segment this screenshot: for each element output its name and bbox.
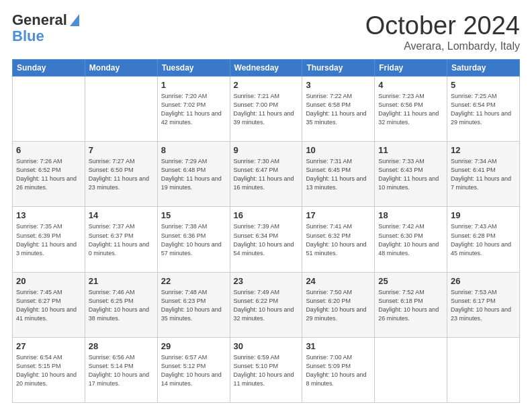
day-number: 4 <box>378 79 443 91</box>
day-info: Sunrise: 7:33 AMSunset: 6:43 PMDaylight:… <box>378 157 443 192</box>
table-row: 27Sunrise: 6:54 AMSunset: 5:15 PMDayligh… <box>13 337 85 402</box>
table-row: 10Sunrise: 7:31 AMSunset: 6:45 PMDayligh… <box>302 142 375 207</box>
day-number: 6 <box>16 144 81 156</box>
table-row: 4Sunrise: 7:23 AMSunset: 6:56 PMDaylight… <box>375 76 447 141</box>
day-info: Sunrise: 7:45 AMSunset: 6:27 PMDaylight:… <box>16 288 81 323</box>
table-row <box>85 76 157 141</box>
day-info: Sunrise: 7:35 AMSunset: 6:39 PMDaylight:… <box>16 222 81 257</box>
title-block: October 2024 Averara, Lombardy, Italy <box>365 12 520 52</box>
day-number: 15 <box>161 210 226 222</box>
table-row: 18Sunrise: 7:42 AMSunset: 6:30 PMDayligh… <box>375 207 447 272</box>
day-info: Sunrise: 7:38 AMSunset: 6:36 PMDaylight:… <box>161 222 226 257</box>
table-row: 5Sunrise: 7:25 AMSunset: 6:54 PMDaylight… <box>447 76 520 141</box>
day-info: Sunrise: 7:42 AMSunset: 6:30 PMDaylight:… <box>378 222 443 257</box>
day-number: 26 <box>451 275 516 287</box>
calendar-table: Sunday Monday Tuesday Wednesday Thursday… <box>12 59 520 403</box>
table-row: 31Sunrise: 7:00 AMSunset: 5:09 PMDayligh… <box>302 337 375 402</box>
logo-blue: Blue <box>12 28 44 44</box>
calendar-week-row: 6Sunrise: 7:26 AMSunset: 6:52 PMDaylight… <box>13 142 520 207</box>
table-row: 9Sunrise: 7:30 AMSunset: 6:47 PMDaylight… <box>230 142 302 207</box>
day-info: Sunrise: 7:49 AMSunset: 6:22 PMDaylight:… <box>234 288 299 323</box>
day-number: 10 <box>306 144 371 156</box>
table-row: 6Sunrise: 7:26 AMSunset: 6:52 PMDaylight… <box>13 142 85 207</box>
day-info: Sunrise: 7:39 AMSunset: 6:34 PMDaylight:… <box>234 222 299 257</box>
day-number: 7 <box>89 144 154 156</box>
day-info: Sunrise: 7:52 AMSunset: 6:18 PMDaylight:… <box>378 288 443 323</box>
table-row: 23Sunrise: 7:49 AMSunset: 6:22 PMDayligh… <box>230 272 302 337</box>
table-row: 24Sunrise: 7:50 AMSunset: 6:20 PMDayligh… <box>302 272 375 337</box>
day-info: Sunrise: 7:50 AMSunset: 6:20 PMDaylight:… <box>306 288 371 323</box>
day-number: 24 <box>306 275 371 287</box>
day-number: 3 <box>306 79 371 91</box>
day-number: 16 <box>234 210 299 222</box>
header: General Blue October 2024 Averara, Lomba… <box>12 12 520 52</box>
day-info: Sunrise: 6:56 AMSunset: 5:14 PMDaylight:… <box>89 353 154 388</box>
day-number: 20 <box>16 275 81 287</box>
table-row: 25Sunrise: 7:52 AMSunset: 6:18 PMDayligh… <box>375 272 447 337</box>
day-number: 12 <box>451 144 516 156</box>
col-wednesday: Wednesday <box>230 59 302 76</box>
calendar-week-row: 20Sunrise: 7:45 AMSunset: 6:27 PMDayligh… <box>13 272 520 337</box>
day-number: 5 <box>451 79 516 91</box>
day-info: Sunrise: 7:27 AMSunset: 6:50 PMDaylight:… <box>89 157 154 192</box>
calendar-week-row: 1Sunrise: 7:20 AMSunset: 7:02 PMDaylight… <box>13 76 520 141</box>
table-row: 2Sunrise: 7:21 AMSunset: 7:00 PMDaylight… <box>230 76 302 141</box>
col-tuesday: Tuesday <box>157 59 230 76</box>
day-number: 31 <box>306 340 371 353</box>
table-row: 12Sunrise: 7:34 AMSunset: 6:41 PMDayligh… <box>447 142 520 207</box>
calendar-header-row: Sunday Monday Tuesday Wednesday Thursday… <box>13 59 520 76</box>
table-row: 21Sunrise: 7:46 AMSunset: 6:25 PMDayligh… <box>85 272 157 337</box>
day-number: 30 <box>234 340 299 353</box>
table-row: 15Sunrise: 7:38 AMSunset: 6:36 PMDayligh… <box>157 207 230 272</box>
day-number: 21 <box>89 275 154 287</box>
table-row: 26Sunrise: 7:53 AMSunset: 6:17 PMDayligh… <box>447 272 520 337</box>
table-row: 3Sunrise: 7:22 AMSunset: 6:58 PMDaylight… <box>302 76 375 141</box>
day-number: 13 <box>16 210 81 222</box>
day-info: Sunrise: 7:20 AMSunset: 7:02 PMDaylight:… <box>161 92 226 127</box>
day-info: Sunrise: 7:21 AMSunset: 7:00 PMDaylight:… <box>234 92 299 127</box>
day-number: 25 <box>378 275 443 287</box>
table-row: 22Sunrise: 7:48 AMSunset: 6:23 PMDayligh… <box>157 272 230 337</box>
day-number: 2 <box>234 79 299 91</box>
day-info: Sunrise: 7:23 AMSunset: 6:56 PMDaylight:… <box>378 92 443 127</box>
table-row: 7Sunrise: 7:27 AMSunset: 6:50 PMDaylight… <box>85 142 157 207</box>
day-info: Sunrise: 6:54 AMSunset: 5:15 PMDaylight:… <box>16 353 81 388</box>
calendar-title: October 2024 <box>365 12 520 40</box>
day-info: Sunrise: 7:53 AMSunset: 6:17 PMDaylight:… <box>451 288 516 323</box>
day-info: Sunrise: 7:25 AMSunset: 6:54 PMDaylight:… <box>451 92 516 127</box>
day-info: Sunrise: 7:30 AMSunset: 6:47 PMDaylight:… <box>234 157 299 192</box>
col-friday: Friday <box>375 59 447 76</box>
table-row: 1Sunrise: 7:20 AMSunset: 7:02 PMDaylight… <box>157 76 230 141</box>
calendar-week-row: 13Sunrise: 7:35 AMSunset: 6:39 PMDayligh… <box>13 207 520 272</box>
col-monday: Monday <box>85 59 157 76</box>
col-saturday: Saturday <box>447 59 520 76</box>
table-row: 19Sunrise: 7:43 AMSunset: 6:28 PMDayligh… <box>447 207 520 272</box>
day-number: 28 <box>89 340 154 353</box>
day-info: Sunrise: 6:57 AMSunset: 5:12 PMDaylight:… <box>161 353 226 388</box>
calendar-subtitle: Averara, Lombardy, Italy <box>365 40 520 52</box>
day-number: 22 <box>161 275 226 287</box>
day-number: 19 <box>451 210 516 222</box>
table-row: 28Sunrise: 6:56 AMSunset: 5:14 PMDayligh… <box>85 337 157 402</box>
day-number: 9 <box>234 144 299 156</box>
day-number: 11 <box>378 144 443 156</box>
day-info: Sunrise: 7:00 AMSunset: 5:09 PMDaylight:… <box>306 353 371 388</box>
table-row: 14Sunrise: 7:37 AMSunset: 6:37 PMDayligh… <box>85 207 157 272</box>
logo: General Blue <box>12 12 79 44</box>
logo-general: General <box>12 12 67 28</box>
day-info: Sunrise: 7:26 AMSunset: 6:52 PMDaylight:… <box>16 157 81 192</box>
col-sunday: Sunday <box>13 59 85 76</box>
day-number: 23 <box>234 275 299 287</box>
table-row: 29Sunrise: 6:57 AMSunset: 5:12 PMDayligh… <box>157 337 230 402</box>
table-row: 8Sunrise: 7:29 AMSunset: 6:48 PMDaylight… <box>157 142 230 207</box>
table-row <box>447 337 520 402</box>
calendar-week-row: 27Sunrise: 6:54 AMSunset: 5:15 PMDayligh… <box>13 337 520 402</box>
col-thursday: Thursday <box>302 59 375 76</box>
table-row: 17Sunrise: 7:41 AMSunset: 6:32 PMDayligh… <box>302 207 375 272</box>
day-info: Sunrise: 7:22 AMSunset: 6:58 PMDaylight:… <box>306 92 371 127</box>
day-info: Sunrise: 7:37 AMSunset: 6:37 PMDaylight:… <box>89 222 154 257</box>
table-row <box>13 76 85 141</box>
day-info: Sunrise: 7:46 AMSunset: 6:25 PMDaylight:… <box>89 288 154 323</box>
day-number: 14 <box>89 210 154 222</box>
table-row: 11Sunrise: 7:33 AMSunset: 6:43 PMDayligh… <box>375 142 447 207</box>
